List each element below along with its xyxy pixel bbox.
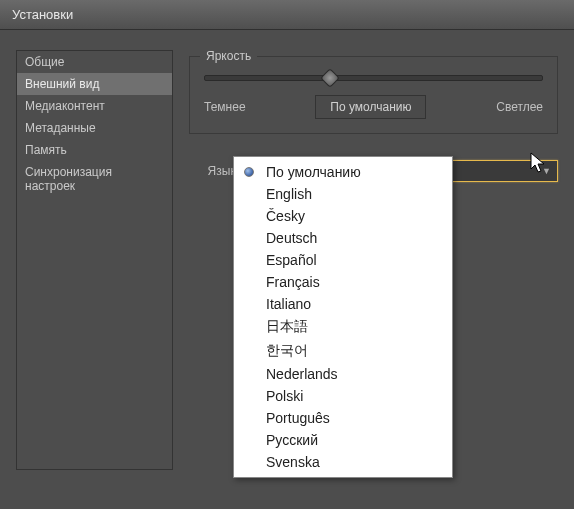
window-title: Установки [12,7,73,22]
language-option[interactable]: English [234,183,452,205]
language-option-label: Italiano [266,296,311,312]
language-option[interactable]: Svenska [234,451,452,473]
brightness-slider[interactable] [204,75,543,81]
language-option-label: Español [266,252,317,268]
sidebar: Общие Внешний вид Медиаконтент Метаданны… [16,50,173,470]
sidebar-item-sync-settings[interactable]: Синхронизация настроек [17,161,172,197]
sidebar-item-label: Внешний вид [25,77,99,91]
language-label: Язык: [189,164,239,178]
sidebar-item-memory[interactable]: Память [17,139,172,161]
language-option-label: Česky [266,208,305,224]
sidebar-item-label: Память [25,143,67,157]
language-option[interactable]: По умолчанию [234,161,452,183]
darker-label: Темнее [204,100,246,114]
language-option-label: Português [266,410,330,426]
language-option[interactable]: Español [234,249,452,271]
chevron-down-icon: ▼ [542,166,551,176]
sidebar-item-label: Общие [25,55,64,69]
language-option-label: Français [266,274,320,290]
language-option[interactable]: Polski [234,385,452,407]
language-option-label: Polski [266,388,303,404]
brightness-legend: Яркость [200,49,257,63]
language-option[interactable]: Português [234,407,452,429]
sidebar-item-appearance[interactable]: Внешний вид [17,73,172,95]
language-option[interactable]: Deutsch [234,227,452,249]
language-option-label: Русский [266,432,318,448]
brightness-fieldset: Яркость Темнее По умолчанию Светлее [189,56,558,134]
sidebar-item-label: Метаданные [25,121,96,135]
sidebar-item-media[interactable]: Медиаконтент [17,95,172,117]
language-option[interactable]: 한국어 [234,339,452,363]
language-option-label: Nederlands [266,366,338,382]
language-option-label: Deutsch [266,230,317,246]
sidebar-item-general[interactable]: Общие [17,51,172,73]
default-brightness-button[interactable]: По умолчанию [315,95,426,119]
language-option-label: Svenska [266,454,320,470]
window-titlebar: Установки [0,0,574,30]
radio-selected-icon [244,167,254,177]
slider-labels: Темнее По умолчанию Светлее [204,95,543,119]
language-option[interactable]: Česky [234,205,452,227]
language-option-label: English [266,186,312,202]
language-option[interactable]: 日本語 [234,315,452,339]
language-option[interactable]: Русский [234,429,452,451]
sidebar-item-label: Синхронизация настроек [25,165,112,193]
language-option[interactable]: Italiano [234,293,452,315]
language-option-label: По умолчанию [266,164,361,180]
language-option[interactable]: Nederlands [234,363,452,385]
slider-thumb[interactable] [320,68,340,88]
sidebar-item-label: Медиаконтент [25,99,105,113]
slider-track [204,75,543,81]
lighter-label: Светлее [496,100,543,114]
language-option-label: 한국어 [266,342,308,358]
language-option-label: 日本語 [266,318,308,334]
sidebar-item-metadata[interactable]: Метаданные [17,117,172,139]
language-dropdown: По умолчаниюEnglishČeskyDeutschEspañolFr… [233,156,453,478]
language-option[interactable]: Français [234,271,452,293]
